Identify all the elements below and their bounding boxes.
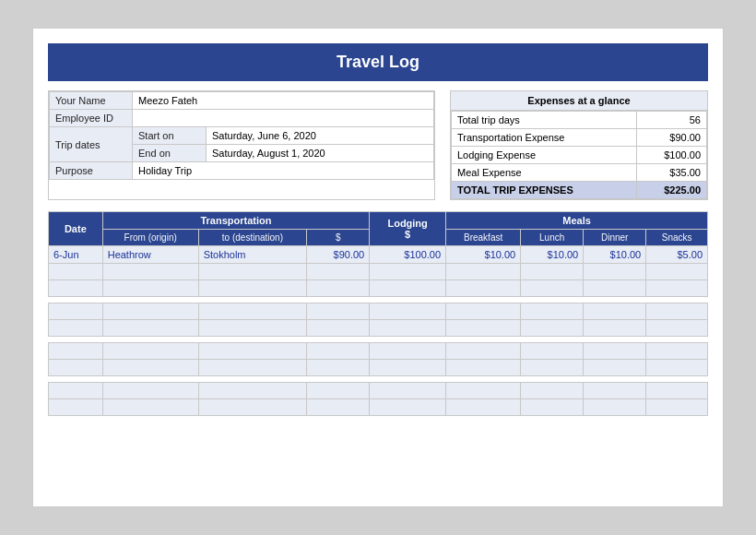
trip-dates-label: Trip dates <box>50 127 133 162</box>
log-snacks: $5.00 <box>646 246 708 264</box>
end-label: End on <box>133 145 207 162</box>
log-empty-row <box>49 399 708 416</box>
glance-row-value: $90.00 <box>636 129 706 147</box>
log-transport-amount: $90.00 <box>307 246 370 264</box>
glance-row-label: Transportation Expense <box>452 129 637 147</box>
log-dinner: $10.00 <box>584 246 646 264</box>
col-lodging: Lodging $ <box>370 212 446 246</box>
log-lodging-amount: $100.00 <box>370 246 446 264</box>
glance-row: Meal Expense$35.00 <box>452 164 707 182</box>
log-breakfast: $10.00 <box>446 246 521 264</box>
glance-total-row: TOTAL TRIP EXPENSES$225.00 <box>452 182 707 199</box>
col-dinner: Dinner <box>584 230 646 246</box>
log-empty-row <box>49 264 708 280</box>
col-snacks: Snacks <box>646 230 708 246</box>
glance-row: Total trip days56 <box>452 112 707 129</box>
glance-row-label: Lodging Expense <box>452 147 637 164</box>
glance-total-value: $225.00 <box>636 182 706 199</box>
glance-row-label: Total trip days <box>452 112 637 129</box>
col-from: From (origin) <box>102 230 198 246</box>
employee-id-label: Employee ID <box>50 110 133 127</box>
log-to: Stokholm <box>198 246 307 264</box>
log-empty-row <box>49 280 708 297</box>
log-data-row: 6-Jun Heathrow Stokholm $90.00 $100.00 $… <box>49 246 708 264</box>
travel-log-page: Travel Log Your Name Meezo Fateh Employe… <box>32 28 724 507</box>
expenses-glance: Expenses at a glance Total trip days56Tr… <box>450 90 708 200</box>
your-name-label: Your Name <box>50 92 133 110</box>
log-table: Date Transportation Lodging $ Meals From… <box>48 211 708 422</box>
col-date: Date <box>49 212 103 246</box>
log-empty-row <box>49 360 708 376</box>
employee-id-value <box>133 110 434 127</box>
col-transportation: Transportation <box>102 212 370 230</box>
log-date: 6-Jun <box>49 246 103 264</box>
glance-row-label: Meal Expense <box>452 164 637 182</box>
start-value: Saturday, June 6, 2020 <box>207 127 434 145</box>
glance-total-label: TOTAL TRIP EXPENSES <box>452 182 637 199</box>
log-empty-row <box>49 343 708 360</box>
page-title: Travel Log <box>48 43 708 81</box>
glance-row-value: $35.00 <box>636 164 706 182</box>
col-meals: Meals <box>446 212 708 230</box>
purpose-label: Purpose <box>50 162 133 180</box>
log-empty-row <box>49 383 708 399</box>
col-breakfast: Breakfast <box>446 230 521 246</box>
glance-row: Lodging Expense$100.00 <box>452 147 707 164</box>
log-lunch: $10.00 <box>521 246 584 264</box>
log-from: Heathrow <box>102 246 198 264</box>
log-empty-row <box>49 303 708 320</box>
col-transport-amount: $ <box>307 230 370 246</box>
start-label: Start on <box>133 127 207 145</box>
glance-row-value: 56 <box>636 112 706 129</box>
log-header-group: Date Transportation Lodging $ Meals <box>49 212 708 230</box>
info-left: Your Name Meezo Fateh Employee ID Trip d… <box>48 90 435 200</box>
glance-row: Transportation Expense$90.00 <box>452 129 707 147</box>
your-name-value: Meezo Fateh <box>133 92 434 110</box>
glance-title: Expenses at a glance <box>451 91 707 111</box>
log-empty-row <box>49 320 708 337</box>
end-value: Saturday, August 1, 2020 <box>207 145 434 162</box>
col-to: to (destination) <box>198 230 307 246</box>
col-lunch: Lunch <box>521 230 584 246</box>
info-section: Your Name Meezo Fateh Employee ID Trip d… <box>48 90 708 200</box>
purpose-value: Holiday Trip <box>133 162 434 180</box>
glance-row-value: $100.00 <box>636 147 706 164</box>
